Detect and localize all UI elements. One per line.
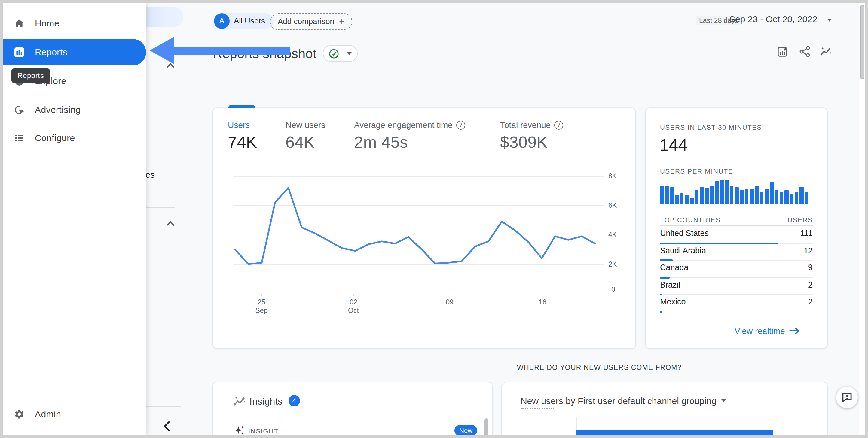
segment-avatar: A [214, 13, 229, 29]
country-row: United States111 [660, 226, 813, 243]
per-minute-bar [675, 194, 679, 204]
report-customization-status-button[interactable] [323, 45, 358, 62]
sidebar-item-advertising[interactable]: Advertising [3, 96, 146, 123]
insights-icon [233, 396, 246, 408]
per-minute-bar [795, 192, 799, 204]
per-minute-bar [765, 189, 769, 204]
per-minute-bar [755, 186, 758, 204]
help-icon[interactable]: ? [554, 121, 563, 129]
home-icon [14, 18, 25, 29]
dimension-caret-icon [721, 399, 726, 402]
insights-card-scrollbar[interactable] [485, 418, 488, 435]
x-tick-mark [353, 294, 354, 296]
users-per-minute-label: USERS PER MINUTE [660, 168, 733, 175]
annotation-arrow-shaft [174, 47, 290, 54]
view-realtime-link[interactable]: View realtime [735, 326, 800, 336]
insight-list-item[interactable]: INSIGHT [212, 420, 493, 435]
insights-sparkline-icon[interactable] [820, 46, 832, 58]
collapse-section-chevron-up-icon[interactable] [166, 221, 175, 226]
share-icon[interactable] [799, 46, 811, 58]
configure-icon [14, 133, 25, 143]
plus-icon: + [339, 16, 345, 26]
y-tick-label: 4K [608, 231, 617, 238]
active-metric-tab-indicator [228, 105, 255, 108]
sidebar-item-label: Reports [35, 39, 67, 65]
country-users-value: 9 [808, 263, 813, 272]
help-icon[interactable]: ? [456, 121, 465, 129]
per-minute-bar [730, 186, 734, 204]
per-minute-bar [725, 180, 729, 204]
per-minute-bar [735, 187, 739, 204]
view-realtime-label: View realtime [735, 326, 785, 336]
add-comparison-button[interactable]: Add comparison + [270, 13, 352, 30]
sidebar-item-reports[interactable]: Reports [3, 39, 146, 65]
country-users-value: 111 [800, 229, 813, 238]
feedback-bubble-icon [842, 392, 852, 403]
customize-report-icon[interactable] [777, 46, 789, 58]
per-minute-bar [789, 194, 794, 204]
metric-tab-new-users[interactable]: New users 64K [285, 120, 325, 152]
per-minute-bar [700, 187, 704, 204]
insights-title[interactable]: Insights [249, 396, 282, 407]
sidebar-item-label: Admin [35, 401, 61, 428]
per-minute-bar [670, 187, 674, 204]
y-tick-label: 2K [608, 260, 617, 268]
arrow-right-icon [789, 327, 800, 334]
sidebar-divider [146, 406, 181, 407]
country-users-value: 2 [808, 280, 813, 289]
dimension-dropdown-label: New users by First user default channel … [521, 396, 716, 406]
country-users-value: 2 [808, 297, 813, 306]
app-viewport: es A All Users Add comparison + Last 28 … [3, 3, 865, 435]
users-line-chart [232, 171, 603, 294]
x-axis-line [232, 294, 603, 294]
new-users-question-label: WHERE DO YOUR NEW USERS COME FROM? [517, 364, 682, 371]
per-minute-bar [720, 180, 724, 204]
per-minute-bar [770, 182, 774, 204]
sidebar-item-home[interactable]: Home [3, 10, 146, 37]
sidebar-divider [146, 207, 175, 208]
per-minute-bar [760, 192, 764, 204]
x-tick-mark [542, 294, 543, 296]
navigation-drawer: Home Reports Explore [3, 3, 146, 435]
collapse-sidebar-chevron-icon[interactable] [163, 421, 170, 432]
y-tick-label: 0 [611, 286, 615, 293]
new-badge: New [455, 425, 477, 435]
sidebar-item-configure[interactable]: Configure [3, 125, 146, 151]
metric-value: 2m 45s [354, 133, 465, 152]
per-minute-bar [740, 190, 744, 204]
realtime-users-value: 144 [659, 136, 687, 155]
date-range-selector[interactable]: Sep 23 - Oct 20, 2022 [729, 14, 817, 24]
per-minute-bar [750, 189, 754, 204]
users-column-header: USERS [660, 216, 813, 223]
dimension-dropdown[interactable]: New users by First user default channel … [521, 396, 726, 406]
metric-label: Users [228, 120, 257, 130]
metric-tab-total-revenue[interactable]: Total revenue? $309K [500, 120, 563, 152]
metric-tab-users[interactable]: Users 74K [228, 120, 257, 152]
per-minute-bar [705, 188, 709, 204]
x-tick-label: 16 [530, 298, 555, 306]
per-minute-bar [665, 186, 669, 204]
y-tick-label: 6K [608, 201, 617, 209]
users-per-minute-bar-chart [660, 180, 808, 204]
country-row: Saudi Arabia12 [660, 243, 813, 261]
per-minute-bar [800, 187, 804, 204]
search-bar-peek[interactable] [146, 7, 183, 27]
add-comparison-label: Add comparison [278, 17, 334, 26]
feedback-button[interactable] [836, 387, 858, 408]
gear-icon [14, 409, 25, 420]
ga4-window: es A All Users Add comparison + Last 28 … [0, 0, 868, 438]
per-minute-bar [805, 192, 808, 204]
metric-label: Average engagement time [354, 120, 453, 130]
per-minute-bar [690, 198, 694, 204]
metric-tab-avg-engagement-time[interactable]: Average engagement time? 2m 45s [354, 120, 465, 152]
segment-chip-all-users[interactable]: A All Users [214, 13, 274, 29]
mini-chart-gridline [805, 417, 805, 435]
sidebar-item-label: Configure [35, 125, 75, 151]
segment-chip-label: All Users [234, 16, 265, 25]
country-name: Saudi Arabia [660, 246, 706, 255]
page-scrollbar-thumb[interactable] [860, 5, 864, 79]
country-name: Brazil [660, 280, 680, 289]
x-tick-mark [450, 294, 450, 296]
date-range-caret-icon [827, 19, 832, 22]
sidebar-item-admin[interactable]: Admin [3, 401, 146, 428]
